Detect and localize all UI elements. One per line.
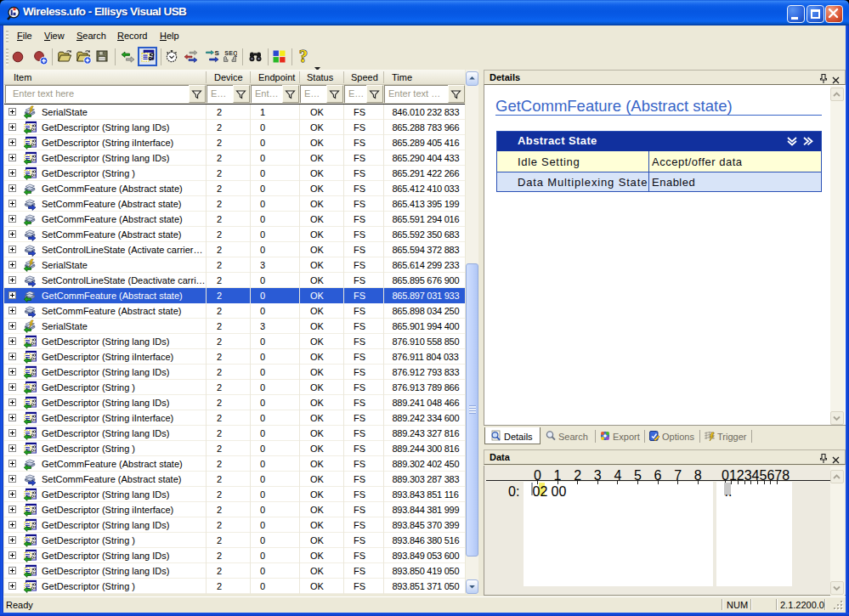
svg-text:?: ?	[299, 47, 308, 65]
svg-text:S: S	[214, 49, 219, 57]
svg-text:SEQ: SEQ	[224, 50, 237, 57]
